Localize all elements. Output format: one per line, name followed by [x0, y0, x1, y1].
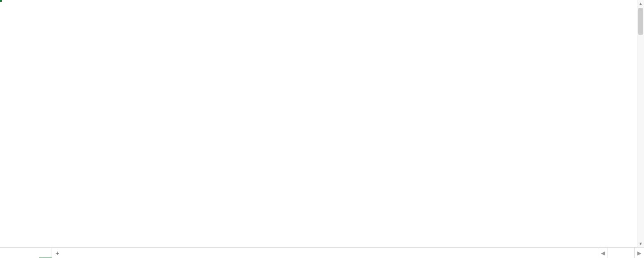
selection-outline: [0, 0, 2, 2]
hscroll-left-button[interactable]: ◀: [598, 248, 608, 258]
tab-nav-prev[interactable]: [10, 248, 20, 258]
vertical-scrollbar[interactable]: ▲ ▼: [637, 0, 644, 247]
spreadsheet-area[interactable]: [0, 0, 644, 247]
tab-nav-next[interactable]: [20, 248, 29, 258]
sheet-tab-bar: + ◀ ▶: [0, 247, 644, 258]
tab-nav-first[interactable]: [0, 248, 10, 258]
tab-nav-last[interactable]: [29, 248, 39, 258]
scroll-down-button[interactable]: ▼: [637, 240, 644, 247]
scroll-up-button[interactable]: ▲: [637, 0, 644, 7]
sheet-tab-active[interactable]: [39, 248, 52, 258]
hscroll-right-button[interactable]: ▶: [634, 248, 644, 258]
add-sheet-button[interactable]: +: [52, 250, 63, 257]
scroll-thumb[interactable]: [638, 8, 643, 35]
hscroll-track[interactable]: [608, 248, 634, 258]
